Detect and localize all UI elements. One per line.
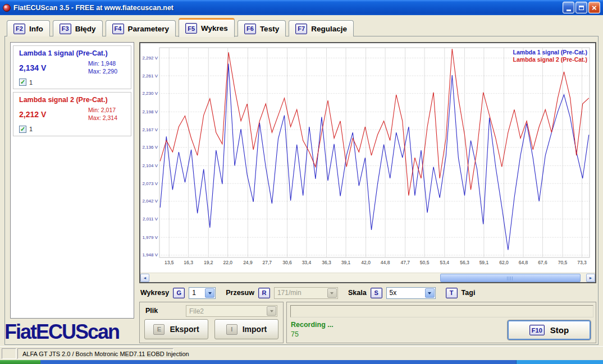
recording-counter: 75: [291, 330, 299, 338]
y-tick-label: 2,011 V: [143, 216, 158, 222]
eksport-button[interactable]: E Eksport: [144, 319, 208, 339]
x-tick-label: 56,3: [460, 260, 469, 265]
check-icon: ✓: [20, 126, 25, 132]
signal-visible-checkbox[interactable]: ✓: [19, 126, 26, 133]
restore-icon: [579, 6, 584, 10]
signal-card-lambda1: Lambda 1 signal (Pre-Cat.) 2,134 V Min: …: [13, 45, 131, 89]
signal-title: Lambda 1 signal (Pre-Cat.): [19, 49, 126, 57]
tab-info[interactable]: F2 Info: [7, 20, 50, 36]
vehicle-info: ALFA GT JTS 2.0 / Bosch Motronic MED7.11…: [17, 348, 173, 359]
titlebar[interactable]: FiatECUScan 3.5 - FREE at www.fiatecusca…: [0, 0, 603, 15]
scroll-left-button[interactable]: ◄: [140, 274, 149, 282]
scroll-left-icon: ◄: [143, 276, 147, 280]
close-icon: ×: [592, 3, 597, 12]
import-button[interactable]: I Import: [214, 319, 278, 339]
y-tick-label: 2,198 V: [142, 109, 158, 114]
chart-horizontal-scrollbar[interactable]: ◄ ►: [140, 273, 595, 282]
start-button-sliver: [0, 360, 40, 364]
scroll-right-icon: ►: [589, 276, 593, 280]
close-button[interactable]: ×: [588, 2, 600, 13]
x-tick-label: 70,5: [558, 260, 568, 265]
skala-select[interactable]: 5x: [386, 287, 436, 299]
plik-select: File2: [186, 305, 277, 317]
signal-current-value: 2,212 V: [19, 110, 46, 119]
f3-key-badge: F3: [60, 24, 71, 34]
y-tick-label: 2,073 V: [142, 181, 158, 186]
tab-regulacje[interactable]: F7 Regulacje: [289, 20, 354, 36]
f5-key-badge: F5: [185, 23, 197, 34]
tab-testy[interactable]: F6 Testy: [237, 20, 286, 36]
signal-channel-label: 1: [29, 79, 33, 86]
x-tick-label: 64,8: [519, 260, 528, 265]
scroll-right-button[interactable]: ►: [586, 274, 595, 282]
t-key-badge: T: [446, 288, 458, 298]
g-key-badge: G: [173, 288, 185, 298]
x-tick-label: 42,0: [361, 260, 371, 265]
tab-wykres[interactable]: F5 Wykres: [179, 18, 235, 37]
signal-list-panel: Lambda 1 signal (Pre-Cat.) 2,134 V Min: …: [10, 42, 134, 319]
y-tick-label: 2,104 V: [142, 163, 158, 168]
i-key-badge: I: [226, 324, 237, 335]
recording-groupbox: Recording ... 75 F10 Stop: [286, 302, 596, 343]
scrollbar-thumb[interactable]: [440, 274, 581, 282]
y-tick-label: 2,292 V: [142, 56, 158, 61]
tagi-label: Tagi: [462, 289, 476, 297]
dropdown-arrow-icon: [205, 288, 214, 298]
x-tick-label: 30,6: [282, 260, 292, 265]
r-key-badge: R: [258, 288, 270, 298]
f6-key-badge: F6: [244, 24, 256, 34]
app-icon: [3, 4, 11, 12]
restore-button[interactable]: [575, 2, 587, 13]
legend-entry: Lambda 1 signal (Pre-Cat.): [513, 49, 587, 56]
x-tick-label: 13,5: [165, 260, 174, 265]
dropdown-arrow-icon: [267, 306, 276, 316]
file-groupbox: Plik File2 E Eksport I Import: [139, 302, 284, 343]
przesuw-label: Przesuw: [226, 289, 254, 297]
f4-key-badge: F4: [112, 24, 124, 34]
taskbar-button-sliver: [516, 360, 603, 364]
legend-entry: Lambda signal 2 (Pre-Cat.): [513, 56, 587, 63]
x-tick-label: 24,9: [243, 260, 253, 265]
x-tick-label: 50,5: [420, 260, 430, 265]
dropdown-arrow-icon: [327, 288, 337, 298]
status-bar: ALFA GT JTS 2.0 / Bosch Motronic MED7.11…: [0, 346, 603, 360]
dropdown-arrow-icon: [425, 288, 435, 298]
fiatecuscan-logo: FiatECUScan: [4, 320, 137, 344]
chart-controls: Wykresy G 1 Przesuw R 171/min Skala S 5x…: [140, 285, 596, 300]
x-tick-label: 73,3: [577, 260, 587, 265]
signal-card-lambda2: Lambda signal 2 (Pre-Cat.) 2,212 V Min: …: [13, 92, 131, 136]
tab-bledy[interactable]: F3 Błędy: [53, 20, 103, 36]
wykresy-select[interactable]: 1: [189, 287, 216, 299]
signal-channel-label: 1: [29, 126, 33, 132]
y-tick-label: 2,167 V: [142, 127, 158, 132]
status-cell-empty: [2, 348, 16, 359]
x-tick-label: 47,7: [400, 260, 410, 265]
signal-minmax: Min: 2,017 Max: 2,314: [88, 107, 117, 122]
wykresy-label: Wykresy: [140, 289, 169, 297]
signal-title: Lambda signal 2 (Pre-Cat.): [19, 96, 126, 104]
chart-panel: 2,292 V2,261 V2,230 V2,198 V2,167 V2,136…: [139, 42, 596, 283]
signal-visible-checkbox[interactable]: ✓: [19, 79, 26, 86]
x-tick-label: 44,8: [381, 260, 390, 265]
tab-parametery[interactable]: F4 Parametery: [106, 20, 176, 36]
y-tick-label: 1,979 V: [142, 235, 158, 240]
window-title: FiatECUScan 3.5 - FREE at www.fiatecusca…: [13, 4, 563, 12]
x-tick-label: 19,2: [204, 260, 213, 265]
x-tick-label: 67,6: [538, 260, 547, 265]
y-tick-label: 1,948 V: [142, 252, 158, 257]
x-tick-label: 36,3: [322, 260, 331, 265]
plik-label: Plik: [145, 307, 158, 315]
check-icon: ✓: [20, 79, 25, 85]
minimize-button[interactable]: [563, 2, 574, 13]
x-tick-label: 53,4: [440, 260, 450, 265]
y-tick-label: 2,042 V: [142, 199, 158, 204]
minimize-icon: [567, 10, 571, 11]
x-tick-label: 39,1: [341, 260, 351, 265]
skala-label: Skala: [348, 289, 367, 297]
taskbar-sliver: [0, 360, 603, 364]
stop-button[interactable]: F10 Stop: [508, 320, 591, 340]
x-tick-label: 16,3: [184, 260, 193, 265]
e-key-badge: E: [153, 324, 165, 335]
signal-minmax: Min: 1,948 Max: 2,290: [88, 60, 117, 75]
s-key-badge: S: [371, 288, 382, 298]
